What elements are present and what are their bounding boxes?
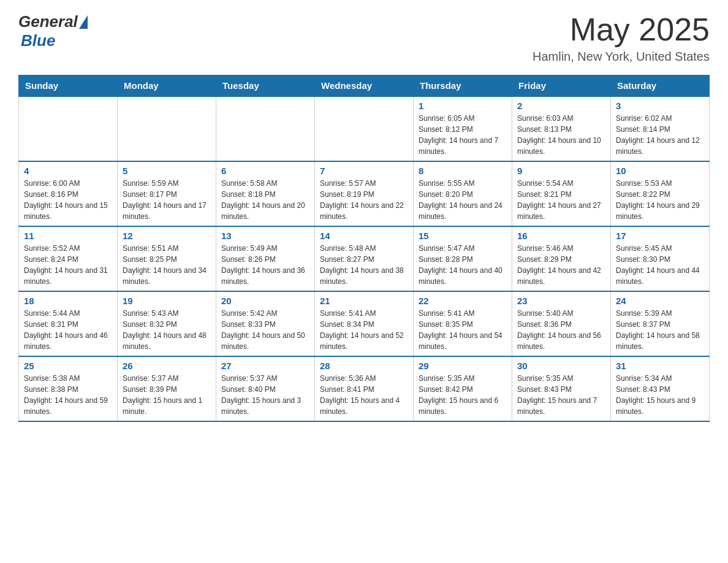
day-info: Sunrise: 5:49 AMSunset: 8:26 PMDaylight:… — [221, 243, 309, 287]
day-info: Sunrise: 5:36 AMSunset: 8:41 PMDaylight:… — [320, 373, 408, 417]
day-info: Sunrise: 5:39 AMSunset: 8:37 PMDaylight:… — [616, 308, 704, 352]
calendar-week-row: 4Sunrise: 6:00 AMSunset: 8:16 PMDaylight… — [19, 161, 710, 226]
logo-blue-text: Blue — [21, 31, 55, 50]
day-number: 15 — [419, 231, 507, 241]
day-number: 28 — [320, 361, 408, 371]
day-number: 7 — [320, 166, 408, 176]
day-number: 11 — [24, 231, 112, 241]
day-number: 26 — [123, 361, 211, 371]
calendar-cell: 24Sunrise: 5:39 AMSunset: 8:37 PMDayligh… — [611, 291, 710, 356]
calendar-cell: 26Sunrise: 5:37 AMSunset: 8:39 PMDayligh… — [118, 356, 216, 421]
day-info: Sunrise: 5:53 AMSunset: 8:22 PMDaylight:… — [616, 178, 704, 222]
day-info: Sunrise: 5:47 AMSunset: 8:28 PMDaylight:… — [419, 243, 507, 287]
day-number: 17 — [616, 231, 704, 241]
day-number: 31 — [616, 361, 704, 371]
day-info: Sunrise: 5:37 AMSunset: 8:39 PMDaylight:… — [123, 373, 211, 417]
day-of-week-header: Friday — [512, 75, 611, 97]
day-number: 30 — [517, 361, 605, 371]
day-number: 23 — [517, 296, 605, 306]
calendar-cell: 16Sunrise: 5:46 AMSunset: 8:29 PMDayligh… — [512, 226, 611, 291]
day-info: Sunrise: 5:48 AMSunset: 8:27 PMDaylight:… — [320, 243, 408, 287]
calendar-cell — [315, 96, 414, 161]
calendar-cell: 13Sunrise: 5:49 AMSunset: 8:26 PMDayligh… — [216, 226, 315, 291]
calendar-cell: 2Sunrise: 6:03 AMSunset: 8:13 PMDaylight… — [512, 96, 611, 161]
day-number: 13 — [221, 231, 309, 241]
day-of-week-header: Wednesday — [315, 75, 414, 97]
day-info: Sunrise: 5:41 AMSunset: 8:35 PMDaylight:… — [419, 308, 507, 352]
day-info: Sunrise: 5:44 AMSunset: 8:31 PMDaylight:… — [24, 308, 112, 352]
title-block: May 2025 Hamlin, New York, United States — [533, 12, 710, 64]
logo-triangle-icon — [79, 15, 88, 29]
day-info: Sunrise: 5:43 AMSunset: 8:32 PMDaylight:… — [123, 308, 211, 352]
location-subtitle: Hamlin, New York, United States — [533, 50, 710, 64]
calendar-week-row: 1Sunrise: 6:05 AMSunset: 8:12 PMDaylight… — [19, 96, 710, 161]
day-info: Sunrise: 6:03 AMSunset: 8:13 PMDaylight:… — [517, 113, 605, 157]
calendar-cell — [216, 96, 315, 161]
day-info: Sunrise: 5:59 AMSunset: 8:17 PMDaylight:… — [123, 178, 211, 222]
calendar-cell: 22Sunrise: 5:41 AMSunset: 8:35 PMDayligh… — [414, 291, 512, 356]
day-number: 9 — [517, 166, 605, 176]
day-of-week-header: Saturday — [611, 75, 710, 97]
calendar-cell: 5Sunrise: 5:59 AMSunset: 8:17 PMDaylight… — [118, 161, 216, 226]
day-info: Sunrise: 5:55 AMSunset: 8:20 PMDaylight:… — [419, 178, 507, 222]
day-number: 27 — [221, 361, 309, 371]
calendar-cell: 17Sunrise: 5:45 AMSunset: 8:30 PMDayligh… — [611, 226, 710, 291]
calendar-cell: 29Sunrise: 5:35 AMSunset: 8:42 PMDayligh… — [414, 356, 512, 421]
calendar-cell: 4Sunrise: 6:00 AMSunset: 8:16 PMDaylight… — [19, 161, 118, 226]
day-info: Sunrise: 6:02 AMSunset: 8:14 PMDaylight:… — [616, 113, 704, 157]
logo: General Blue — [18, 12, 88, 50]
page-header: General Blue May 2025 Hamlin, New York, … — [18, 12, 710, 64]
day-number: 21 — [320, 296, 408, 306]
day-info: Sunrise: 5:42 AMSunset: 8:33 PMDaylight:… — [221, 308, 309, 352]
day-number: 1 — [419, 101, 507, 111]
calendar-cell: 28Sunrise: 5:36 AMSunset: 8:41 PMDayligh… — [315, 356, 414, 421]
day-of-week-header: Monday — [118, 75, 216, 97]
calendar-week-row: 25Sunrise: 5:38 AMSunset: 8:38 PMDayligh… — [19, 356, 710, 421]
calendar-header-row: SundayMondayTuesdayWednesdayThursdayFrid… — [19, 75, 710, 97]
day-info: Sunrise: 5:52 AMSunset: 8:24 PMDaylight:… — [24, 243, 112, 287]
calendar-week-row: 11Sunrise: 5:52 AMSunset: 8:24 PMDayligh… — [19, 226, 710, 291]
day-number: 14 — [320, 231, 408, 241]
calendar-cell: 6Sunrise: 5:58 AMSunset: 8:18 PMDaylight… — [216, 161, 315, 226]
calendar-cell: 23Sunrise: 5:40 AMSunset: 8:36 PMDayligh… — [512, 291, 611, 356]
calendar-cell: 3Sunrise: 6:02 AMSunset: 8:14 PMDaylight… — [611, 96, 710, 161]
day-info: Sunrise: 5:58 AMSunset: 8:18 PMDaylight:… — [221, 178, 309, 222]
calendar-cell: 20Sunrise: 5:42 AMSunset: 8:33 PMDayligh… — [216, 291, 315, 356]
calendar-cell: 14Sunrise: 5:48 AMSunset: 8:27 PMDayligh… — [315, 226, 414, 291]
day-number: 18 — [24, 296, 112, 306]
day-info: Sunrise: 5:35 AMSunset: 8:43 PMDaylight:… — [517, 373, 605, 417]
day-info: Sunrise: 5:37 AMSunset: 8:40 PMDaylight:… — [221, 373, 309, 417]
calendar-cell: 30Sunrise: 5:35 AMSunset: 8:43 PMDayligh… — [512, 356, 611, 421]
calendar-cell: 21Sunrise: 5:41 AMSunset: 8:34 PMDayligh… — [315, 291, 414, 356]
day-info: Sunrise: 5:40 AMSunset: 8:36 PMDaylight:… — [517, 308, 605, 352]
day-info: Sunrise: 5:46 AMSunset: 8:29 PMDaylight:… — [517, 243, 605, 287]
day-of-week-header: Sunday — [19, 75, 118, 97]
day-info: Sunrise: 5:34 AMSunset: 8:43 PMDaylight:… — [616, 373, 704, 417]
day-of-week-header: Tuesday — [216, 75, 315, 97]
day-number: 25 — [24, 361, 112, 371]
calendar-cell: 15Sunrise: 5:47 AMSunset: 8:28 PMDayligh… — [414, 226, 512, 291]
calendar-cell: 10Sunrise: 5:53 AMSunset: 8:22 PMDayligh… — [611, 161, 710, 226]
day-info: Sunrise: 5:41 AMSunset: 8:34 PMDaylight:… — [320, 308, 408, 352]
day-info: Sunrise: 6:05 AMSunset: 8:12 PMDaylight:… — [419, 113, 507, 157]
calendar-cell: 1Sunrise: 6:05 AMSunset: 8:12 PMDaylight… — [414, 96, 512, 161]
day-info: Sunrise: 5:35 AMSunset: 8:42 PMDaylight:… — [419, 373, 507, 417]
day-info: Sunrise: 5:51 AMSunset: 8:25 PMDaylight:… — [123, 243, 211, 287]
calendar-week-row: 18Sunrise: 5:44 AMSunset: 8:31 PMDayligh… — [19, 291, 710, 356]
calendar-cell: 12Sunrise: 5:51 AMSunset: 8:25 PMDayligh… — [118, 226, 216, 291]
calendar-cell: 7Sunrise: 5:57 AMSunset: 8:19 PMDaylight… — [315, 161, 414, 226]
calendar-cell — [19, 96, 118, 161]
calendar-cell: 18Sunrise: 5:44 AMSunset: 8:31 PMDayligh… — [19, 291, 118, 356]
calendar-table: SundayMondayTuesdayWednesdayThursdayFrid… — [18, 75, 710, 422]
day-info: Sunrise: 6:00 AMSunset: 8:16 PMDaylight:… — [24, 178, 112, 222]
calendar-cell: 9Sunrise: 5:54 AMSunset: 8:21 PMDaylight… — [512, 161, 611, 226]
calendar-cell: 31Sunrise: 5:34 AMSunset: 8:43 PMDayligh… — [611, 356, 710, 421]
day-number: 6 — [221, 166, 309, 176]
day-number: 12 — [123, 231, 211, 241]
logo-general-text: General — [18, 12, 78, 31]
calendar-cell: 8Sunrise: 5:55 AMSunset: 8:20 PMDaylight… — [414, 161, 512, 226]
day-number: 22 — [419, 296, 507, 306]
day-info: Sunrise: 5:38 AMSunset: 8:38 PMDaylight:… — [24, 373, 112, 417]
day-number: 2 — [517, 101, 605, 111]
day-of-week-header: Thursday — [414, 75, 512, 97]
